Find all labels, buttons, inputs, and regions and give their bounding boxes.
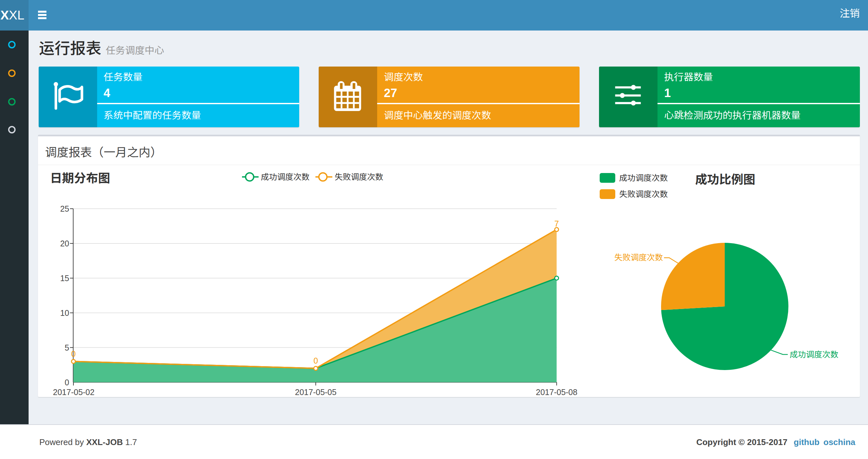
svg-text:失败调度次数: 失败调度次数 [619,190,668,199]
svg-text:2017-05-08: 2017-05-08 [536,388,578,397]
svg-text:0: 0 [313,356,318,365]
svg-text:成功比例图: 成功比例图 [695,173,755,186]
svg-text:0: 0 [65,378,69,387]
svg-text:7: 7 [555,219,559,228]
svg-text:失败调度次数: 失败调度次数 [614,253,663,262]
svg-text:10: 10 [60,308,69,318]
svg-text:0: 0 [71,349,76,358]
svg-text:成功调度次数: 成功调度次数 [790,350,838,359]
svg-text:失败调度次数: 失败调度次数 [335,172,383,182]
svg-text:成功调度次数: 成功调度次数 [619,173,668,183]
svg-text:2017-05-05: 2017-05-05 [295,388,337,397]
svg-text:日期分布图: 日期分布图 [50,172,110,185]
svg-text:15: 15 [60,274,69,283]
svg-text:25: 25 [60,204,69,213]
svg-text:成功调度次数: 成功调度次数 [261,172,310,182]
svg-text:20: 20 [60,239,69,248]
svg-text:2017-05-02: 2017-05-02 [53,388,95,397]
svg-text:5: 5 [65,343,69,352]
